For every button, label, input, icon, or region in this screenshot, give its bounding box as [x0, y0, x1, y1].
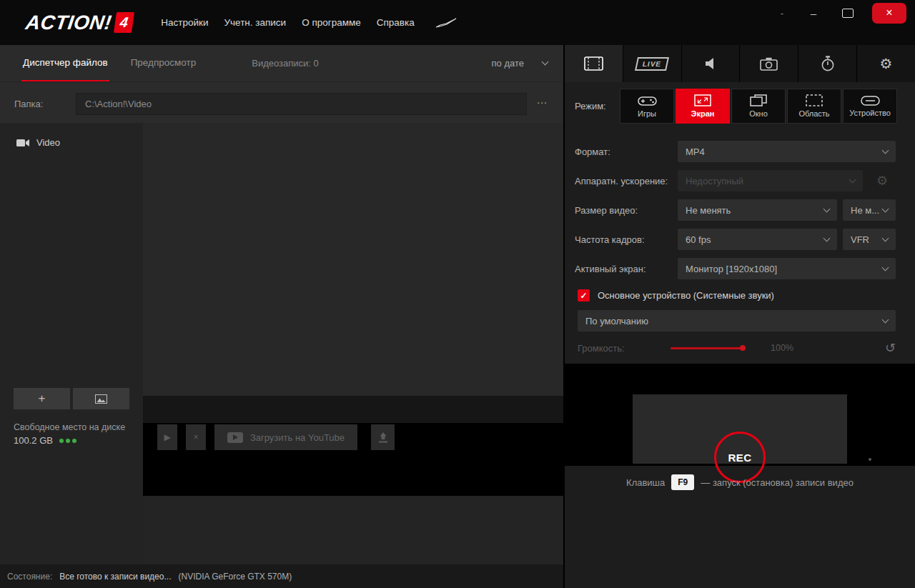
hotkey-suffix: — запуск (остановка) записи видео — [701, 477, 854, 488]
tab-preview[interactable]: Предпросмотр — [129, 45, 198, 81]
mode-region-label: Область — [798, 109, 829, 118]
mode-games-label: Игры — [638, 109, 656, 118]
framerate-dropdown[interactable]: 60 fps — [678, 229, 837, 250]
screen-icon — [694, 94, 711, 106]
mode-row: Режим: Игры Экран Окно Область — [565, 82, 915, 132]
delete-button[interactable]: × — [186, 424, 206, 450]
chevron-down-icon — [882, 205, 889, 212]
maximize-icon — [842, 9, 854, 18]
audio-device-dropdown[interactable]: По умолчанию — [578, 310, 896, 332]
folder-row: Папка: C:\Action!\Video ... — [0, 82, 563, 122]
upload-to-youtube-button[interactable]: Загрузить на YouTube — [214, 424, 357, 450]
action-app-window: ACTION! 4 Настройки Учетн. записи О прог… — [0, 0, 915, 588]
video-size-label: Размер видео: — [575, 205, 678, 216]
recordings-count: Видеозаписи: 0 — [252, 45, 319, 81]
volume-reset-icon[interactable]: ↺ — [885, 340, 896, 356]
video-size-secondary-dropdown[interactable]: Не м... — [843, 199, 896, 221]
recorder-tabbar: LIVE ⚙ — [565, 45, 915, 82]
rec-area: REC — [565, 364, 915, 466]
chevron-down-icon — [824, 205, 831, 212]
recording-settings: Формат: MP4 Аппаратн. ускорение: Недосту… — [565, 132, 915, 279]
sort-by-label: по дате — [492, 58, 524, 69]
mode-device-button[interactable]: Устройство — [843, 89, 897, 124]
tab-screenshots[interactable] — [740, 45, 798, 82]
free-disk-space: Свободное место на диске 100.2 GB — [14, 422, 125, 446]
status-gpu: (NVIDIA GeForce GTX 570M) — [178, 572, 292, 582]
hw-accel-label: Аппаратн. ускорение: — [575, 176, 678, 186]
sidebar-actions: + — [14, 388, 129, 409]
hw-accel-settings-button[interactable]: ⚙ — [869, 170, 896, 191]
framerate-label: Частота кадров: — [575, 234, 678, 245]
tray-button[interactable]: - — [766, 8, 798, 19]
framerate-mode-value: VFR — [851, 234, 869, 245]
mode-window-button[interactable]: Окно — [731, 89, 786, 124]
tab-audio-recording[interactable] — [682, 45, 741, 82]
primary-audio-checkbox[interactable]: ✓ — [578, 289, 590, 302]
hw-accel-dropdown: Недоступный — [678, 170, 863, 191]
format-value: MP4 — [686, 146, 705, 157]
hotkey-key: F9 — [671, 474, 694, 490]
mode-screen-button[interactable]: Экран — [676, 89, 730, 124]
format-dropdown[interactable]: MP4 — [678, 141, 896, 162]
sidebar-item-label: Video — [36, 137, 60, 148]
mode-buttons: Игры Экран Окно Область Устройство — [620, 89, 897, 124]
maximize-button[interactable] — [829, 9, 866, 18]
volume-value: 100% — [771, 343, 793, 353]
chevron-down-icon — [882, 234, 889, 241]
mode-games-button[interactable]: Игры — [620, 89, 674, 124]
volume-handle[interactable] — [740, 345, 746, 351]
tab-file-manager[interactable]: Диспетчер файлов — [21, 45, 109, 81]
youtube-button-label: Загрузить на YouTube — [250, 432, 345, 443]
menu-settings[interactable]: Настройки — [153, 10, 216, 35]
mode-screen-label: Экран — [691, 109, 715, 118]
tab-live-streaming[interactable]: LIVE — [623, 45, 682, 82]
mode-device-label: Устройство — [849, 109, 891, 117]
live-icon: LIVE — [635, 57, 669, 71]
menu-accounts[interactable]: Учетн. записи — [216, 10, 294, 35]
import-media-button[interactable] — [73, 388, 129, 409]
upload-icon — [378, 432, 388, 443]
media-thumbnail-strip — [143, 396, 563, 423]
camera-icon — [760, 57, 778, 71]
chevron-down-icon — [824, 234, 831, 241]
file-manager-content: Video + Свободное место на диске 100.2 G… — [0, 123, 563, 564]
status-bar: Состояние: Все готово к записи видео... … — [0, 564, 563, 588]
tab-video-recording[interactable] — [565, 45, 623, 82]
play-button[interactable]: ▶ — [157, 424, 177, 450]
folder-path-input[interactable]: C:\Action!\Video — [76, 93, 527, 115]
minimize-button[interactable]: – — [798, 7, 829, 19]
menu-help[interactable]: Справка — [369, 10, 422, 35]
tab-settings[interactable]: ⚙ — [857, 45, 915, 82]
active-screen-dropdown[interactable]: Монитор [1920x1080] — [678, 258, 896, 279]
mode-region-button[interactable]: Область — [787, 89, 841, 124]
menu-about[interactable]: О программе — [294, 10, 369, 35]
status-message: Все готово к записи видео... — [59, 572, 171, 582]
framerate-value: 60 fps — [686, 234, 711, 245]
brush-icon[interactable] — [435, 18, 457, 28]
framerate-row: Частота кадров: 60 fps VFR — [575, 229, 896, 250]
volume-row: Громкость: 100% ↺ — [578, 340, 896, 356]
device-icon — [861, 96, 880, 106]
framerate-mode-dropdown[interactable]: VFR — [843, 229, 896, 250]
primary-audio-label: Основное устройство (Системные звуки) — [598, 290, 774, 301]
export-button[interactable] — [371, 424, 395, 450]
folder-label: Папка: — [14, 99, 76, 109]
sidebar-item-video[interactable]: Video — [0, 123, 143, 158]
active-screen-value: Монитор [1920x1080] — [686, 264, 777, 274]
chevron-down-icon — [849, 176, 856, 183]
video-size-dropdown[interactable]: Не менять — [678, 199, 837, 221]
add-folder-button[interactable]: + — [14, 388, 70, 409]
volume-slider[interactable] — [671, 347, 743, 349]
gear-icon: ⚙ — [880, 56, 893, 71]
browse-folder-button[interactable]: ... — [527, 94, 550, 113]
file-manager-panel: Диспетчер файлов Предпросмотр Видеозапис… — [0, 45, 563, 588]
close-button[interactable]: × — [872, 3, 906, 24]
file-list[interactable] — [143, 123, 563, 396]
format-row: Формат: MP4 — [575, 141, 896, 162]
rec-panel: REC — [633, 394, 847, 464]
sort-by-dropdown[interactable]: по дате — [492, 45, 548, 81]
mode-window-label: Окно — [749, 109, 768, 118]
media-buttons: ▶ × Загрузить на YouTube — [157, 424, 563, 450]
format-label: Формат: — [575, 146, 678, 157]
tab-time-shift[interactable] — [798, 45, 857, 82]
